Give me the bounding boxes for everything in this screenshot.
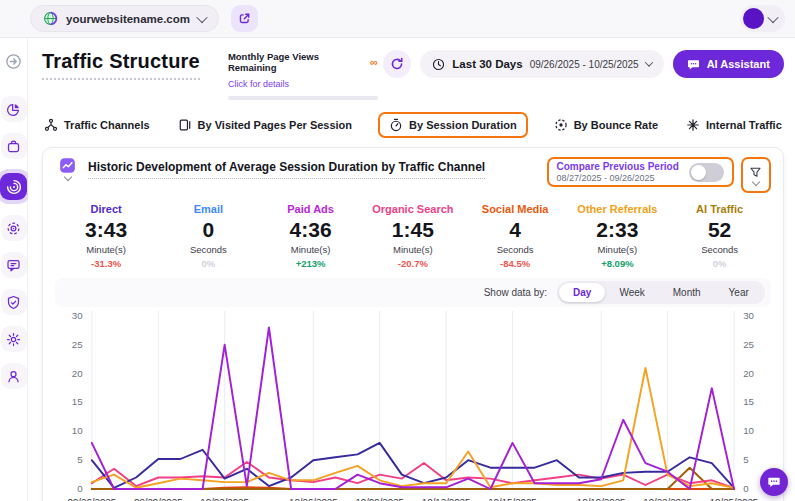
globe-icon bbox=[43, 11, 58, 26]
metric-unit: Seconds bbox=[157, 244, 259, 255]
metric-unit: Minute(s) bbox=[260, 244, 362, 255]
metric-value: 1:45 bbox=[362, 218, 464, 242]
tab-by-bounce-rate[interactable]: By Bounce Rate bbox=[552, 113, 660, 137]
pages-icon bbox=[178, 118, 192, 132]
person-icon bbox=[6, 369, 21, 384]
metric-name: AI Traffic bbox=[669, 203, 771, 215]
metric-unit: Seconds bbox=[464, 244, 566, 255]
metric-email[interactable]: Email0Seconds0% bbox=[157, 203, 259, 269]
metric-delta: 0% bbox=[157, 258, 259, 269]
channel-metrics: Direct3:43Minute(s)-31.3%Email0Seconds0%… bbox=[55, 203, 771, 269]
metric-delta: -20.7% bbox=[362, 258, 464, 269]
chart-type-selector[interactable] bbox=[59, 157, 76, 180]
metric-value: 2:33 bbox=[566, 218, 668, 242]
tab-traffic-channels[interactable]: Traffic Channels bbox=[42, 113, 152, 137]
svg-text:0: 0 bbox=[743, 483, 748, 494]
sidebar-item-settings[interactable] bbox=[1, 326, 27, 352]
collapse-icon bbox=[5, 53, 22, 70]
svg-text:10: 10 bbox=[72, 425, 83, 436]
metric-delta: -31.3% bbox=[55, 258, 157, 269]
shield-icon bbox=[6, 295, 21, 310]
date-range-preset: Last 30 Days bbox=[452, 58, 522, 70]
metric-name: Paid Ads bbox=[260, 203, 362, 215]
chart-area: 00551010151520202525303009/26/202509/29/… bbox=[55, 309, 771, 501]
metric-value: 4:36 bbox=[260, 218, 362, 242]
asterisk-icon bbox=[686, 118, 700, 132]
sidebar-item-traffic[interactable] bbox=[0, 173, 27, 200]
sidebar-item-goals[interactable] bbox=[1, 215, 27, 241]
metric-organic-search[interactable]: Organic Search1:45Minute(s)-20.7% bbox=[362, 203, 464, 269]
tab-label: By Session Duration bbox=[409, 119, 517, 131]
compare-label: Compare Previous Period bbox=[557, 161, 679, 172]
granularity-week[interactable]: Week bbox=[605, 283, 658, 302]
sidebar-item-analytics[interactable] bbox=[1, 96, 27, 122]
filter-button[interactable] bbox=[741, 157, 771, 193]
granularity-year[interactable]: Year bbox=[715, 283, 763, 302]
refresh-button[interactable] bbox=[383, 50, 411, 78]
user-menu[interactable] bbox=[740, 5, 785, 32]
tab-label: By Visited Pages Per Session bbox=[198, 119, 352, 131]
chevron-down-icon bbox=[644, 58, 652, 66]
card-title: Historic Development of Average Session … bbox=[88, 160, 485, 179]
metric-name: Organic Search bbox=[362, 203, 464, 215]
sidebar-item-feedback[interactable] bbox=[1, 252, 27, 278]
metric-unit: Minute(s) bbox=[566, 244, 668, 255]
granularity-month[interactable]: Month bbox=[659, 283, 715, 302]
metric-name: Email bbox=[157, 203, 259, 215]
metric-delta: -84.5% bbox=[464, 258, 566, 269]
show-data-by-label: Show data by: bbox=[484, 287, 547, 298]
external-link-icon bbox=[238, 12, 251, 25]
sidebar bbox=[0, 38, 28, 501]
svg-text:10/19/2025: 10/19/2025 bbox=[577, 496, 626, 501]
granularity-day[interactable]: Day bbox=[559, 283, 605, 302]
tab-internal-traffic[interactable]: Internal Traffic bbox=[684, 113, 784, 137]
support-chat-button[interactable] bbox=[760, 468, 788, 496]
quota-details-link[interactable]: Click for details bbox=[228, 79, 289, 89]
svg-text:5: 5 bbox=[77, 454, 82, 465]
svg-text:10/02/2025: 10/02/2025 bbox=[200, 496, 249, 501]
site-selector[interactable]: yourwebsitename.com bbox=[30, 5, 219, 32]
metric-unit: Seconds bbox=[669, 244, 771, 255]
clock-icon bbox=[432, 58, 445, 71]
chevron-down-icon bbox=[196, 11, 207, 22]
sidebar-item-security[interactable] bbox=[1, 289, 27, 315]
bounce-icon bbox=[554, 118, 568, 132]
tab-by-session-duration[interactable]: By Session Duration bbox=[378, 112, 528, 138]
svg-text:09/29/2025: 09/29/2025 bbox=[134, 496, 183, 501]
quota-title: Monthly Page Views Remaining bbox=[228, 51, 370, 73]
svg-text:10/15/2025: 10/15/2025 bbox=[488, 496, 537, 501]
chevron-down-icon bbox=[767, 11, 778, 22]
metric-value: 0 bbox=[157, 218, 259, 242]
svg-text:09/26/2025: 09/26/2025 bbox=[68, 496, 117, 501]
svg-text:30: 30 bbox=[743, 310, 754, 321]
sidebar-item-account[interactable] bbox=[1, 363, 27, 389]
metric-name: Direct bbox=[55, 203, 157, 215]
metric-social-media[interactable]: Social Media4Seconds-84.5% bbox=[464, 203, 566, 269]
ai-assistant-button[interactable]: AI Assistant bbox=[673, 50, 784, 78]
tab-by-visited-pages-per-session[interactable]: By Visited Pages Per Session bbox=[176, 113, 354, 137]
compare-toggle[interactable] bbox=[689, 163, 724, 182]
tab-label: By Bounce Rate bbox=[574, 119, 658, 131]
radar-icon bbox=[6, 179, 22, 195]
date-range-picker[interactable]: Last 30 Days 09/26/2025 - 10/25/2025 bbox=[420, 50, 663, 78]
metric-delta: +8.09% bbox=[566, 258, 668, 269]
compare-range: 08/27/2025 - 09/26/2025 bbox=[557, 173, 679, 183]
metric-direct[interactable]: Direct3:43Minute(s)-31.3% bbox=[55, 203, 157, 269]
metric-other-referrals[interactable]: Other Referrals2:33Minute(s)+8.09% bbox=[566, 203, 668, 269]
share-icon bbox=[44, 118, 58, 132]
site-name: yourwebsitename.com bbox=[66, 13, 190, 25]
metric-value: 52 bbox=[669, 218, 771, 242]
tab-label: Internal Traffic bbox=[706, 119, 782, 131]
svg-text:10/22/2025: 10/22/2025 bbox=[643, 496, 692, 501]
compare-previous-period: Compare Previous Period 08/27/2025 - 09/… bbox=[547, 157, 734, 187]
metric-ai-traffic[interactable]: AI Traffic52Seconds0% bbox=[669, 203, 771, 269]
svg-text:5: 5 bbox=[743, 454, 748, 465]
chat-bubble-icon bbox=[767, 475, 781, 489]
metric-unit: Minute(s) bbox=[55, 244, 157, 255]
page-title: Traffic Structure bbox=[42, 50, 200, 80]
sidebar-item-collapse[interactable] bbox=[1, 48, 27, 74]
open-site-button[interactable] bbox=[231, 5, 258, 32]
page-header: Traffic Structure Monthly Page Views Rem… bbox=[42, 50, 784, 100]
sidebar-item-store[interactable] bbox=[1, 133, 27, 159]
metric-paid-ads[interactable]: Paid Ads4:36Minute(s)+213% bbox=[260, 203, 362, 269]
